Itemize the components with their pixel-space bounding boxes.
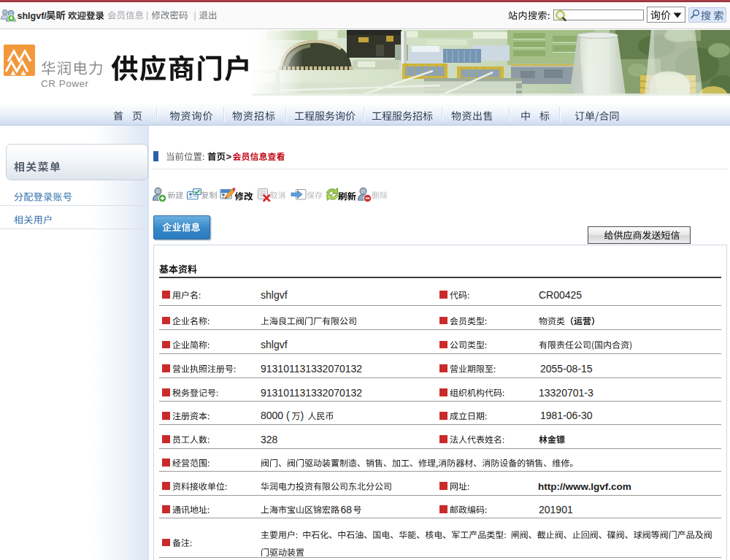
svg-text:328: 328: [261, 434, 278, 445]
svg-text:): ): [301, 410, 304, 421]
svg-text:shlgvf: shlgvf: [261, 289, 288, 301]
svg-text:|: |: [146, 10, 148, 20]
svg-text:2055-08-15: 2055-08-15: [540, 363, 593, 375]
svg-text:201901: 201901: [539, 504, 573, 515]
svg-text:1981-06-30: 1981-06-30: [540, 410, 593, 421]
svg-text:913101131332070132: 913101131332070132: [261, 387, 362, 399]
svg-text:68: 68: [341, 504, 353, 515]
svg-text:|: |: [194, 10, 196, 20]
svg-text:>: >: [226, 151, 232, 162]
svg-text:CR Power: CR Power: [41, 78, 89, 89]
svg-text:8000 (: 8000 (: [261, 410, 290, 421]
svg-text:shlgvf: shlgvf: [261, 339, 288, 350]
svg-text:13320701-3: 13320701-3: [539, 387, 593, 399]
svg-text:CR00425: CR00425: [539, 289, 582, 301]
svg-text:http://www.lgvf.com: http://www.lgvf.com: [538, 481, 631, 492]
svg-text:913101131332070132: 913101131332070132: [261, 363, 362, 375]
svg-text:shlgvf/: shlgvf/: [18, 11, 47, 21]
